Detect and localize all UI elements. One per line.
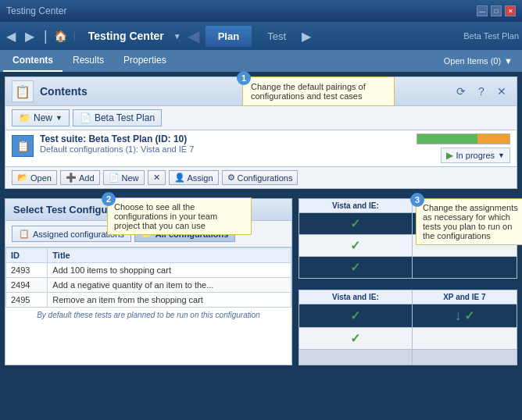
suite-info: 📋 Test suite: Beta Test Plan (ID: 10) De…	[12, 133, 410, 157]
callout-3-text: Change the assignments as necessary for …	[423, 203, 518, 240]
title-bar: Testing Center — □ ✕	[0, 0, 522, 22]
row-title: Add a negative quantity of an item to th…	[48, 278, 291, 293]
help-icon[interactable]: ?	[473, 83, 490, 100]
suite-icon: 📋	[12, 135, 34, 157]
grid1-cell[interactable]	[412, 257, 517, 279]
app-dropdown-icon[interactable]: ▼	[173, 32, 181, 41]
callout-3-number: 3	[410, 193, 424, 207]
plan-tab[interactable]: Plan	[206, 26, 252, 47]
grid2-row[interactable]: ✓ ↓ ✓	[299, 304, 517, 328]
callout-2: 2 Choose to see all the configurations i…	[107, 198, 252, 235]
grid1-col1: Vista and IE:	[299, 199, 413, 213]
new-dropdown-icon[interactable]: ▼	[55, 114, 63, 122]
tab-contents[interactable]: Contents	[3, 50, 63, 72]
grid1-cell[interactable]: ✓	[299, 257, 413, 279]
grid2-cell[interactable]: ✓	[299, 304, 413, 328]
add-icon: ➕	[66, 173, 77, 183]
test-suite-area: 📋 Test suite: Beta Test Plan (ID: 10) De…	[5, 130, 517, 166]
grid2-cell[interactable]	[412, 328, 517, 350]
config-table: ID Title 2493 Add 100 items to shopping …	[5, 247, 291, 308]
progress-bar	[417, 133, 510, 144]
assign-icon: 👤	[174, 173, 185, 183]
play-icon: ▶	[446, 150, 453, 161]
grid2-table: Vista and IE: XP and IE 7 ✓ ↓ ✓	[299, 290, 517, 365]
forward-button[interactable]: ▶	[22, 27, 38, 45]
check-icon: ✓	[464, 309, 474, 322]
callout-2-number: 2	[102, 192, 116, 206]
check-icon: ✓	[350, 239, 360, 252]
suite-text: Test suite: Beta Test Plan (ID: 10) Defa…	[40, 133, 410, 154]
next-arrow-icon[interactable]: ▶	[302, 29, 311, 44]
row-id: 2494	[6, 278, 48, 293]
grid2-cell[interactable]	[412, 350, 517, 365]
new-suite-icon: 📄	[109, 173, 120, 183]
callout-3: 3 Change the assignments as necessary fo…	[416, 198, 522, 245]
table-row[interactable]: 2495 Remove an item from the shopping ca…	[6, 293, 291, 308]
suite-title: Test suite: Beta Test Plan (ID: 10)	[40, 133, 410, 144]
callout-1-number: 1	[237, 71, 251, 85]
grid2-cell[interactable]	[299, 350, 413, 365]
state-dropdown-icon[interactable]: ▼	[498, 151, 505, 159]
right-panel: Vista and IE: XP and IE 7 ✓ ✓	[299, 198, 517, 365]
title-bar-controls: — □ ✕	[477, 5, 516, 16]
app-title: Testing Center	[82, 30, 170, 42]
delete-button[interactable]: ✕	[148, 170, 166, 185]
home-icon[interactable]: 🏠	[54, 30, 67, 42]
assign-button[interactable]: 👤 Assign	[169, 170, 219, 185]
grid2-area: Vista and IE: XP and IE 7 ✓ ↓ ✓	[299, 290, 517, 365]
maximize-button[interactable]: □	[491, 5, 502, 16]
open-button[interactable]: 📂 Open	[12, 170, 57, 185]
grid2-col1: Vista and IE:	[299, 290, 413, 304]
assigned-icon: 📋	[19, 229, 30, 239]
open-items-dropdown-icon[interactable]: ▼	[504, 56, 513, 66]
col-id: ID	[6, 248, 48, 263]
grid1-row[interactable]: ✓	[299, 257, 517, 279]
callout-1: 1 Change the default pairings of configu…	[242, 77, 395, 106]
grid2-cell[interactable]: ↓ ✓	[412, 304, 517, 328]
grid1-area: Vista and IE: XP and IE 7 ✓ ✓	[299, 198, 517, 279]
close-panel-icon[interactable]: ✕	[493, 83, 510, 100]
minimize-button[interactable]: —	[477, 5, 488, 16]
contents-icon: 📋	[12, 80, 34, 102]
check-icon: ✓	[350, 217, 360, 230]
delete-icon: ✕	[153, 173, 160, 183]
configurations-button[interactable]: ⚙ Configurations	[222, 170, 299, 185]
grid1-cell[interactable]: ✓	[299, 235, 413, 257]
progress-area: ▶ In progres ▼	[417, 133, 510, 163]
state-text: In progres	[456, 151, 495, 160]
tree-item-beta-test-plan[interactable]: 📄 Beta Test Plan	[73, 109, 162, 126]
tab-results[interactable]: Results	[63, 50, 113, 72]
close-button[interactable]: ✕	[505, 5, 516, 16]
row-title: Add 100 items to shopping cart	[48, 263, 291, 278]
tab-properties[interactable]: Properties	[114, 50, 176, 72]
back-button[interactable]: ◀	[3, 27, 19, 45]
table-row[interactable]: 2494 Add a negative quantity of an item …	[6, 278, 291, 293]
suite-subtitle: Default configurations (1): Vista and IE…	[40, 144, 410, 154]
refresh-icon[interactable]: ⟳	[452, 83, 470, 100]
new-button[interactable]: 📁 New ▼	[12, 109, 70, 126]
row-title: Remove an item from the shopping cart	[48, 293, 291, 308]
config-panel: Select Test Configurations 2 Choose to s…	[5, 198, 292, 365]
open-items-menu[interactable]: Open Items (0) ▼	[438, 50, 519, 72]
test-tab[interactable]: Test	[255, 26, 299, 47]
grid1-cell[interactable]: ✓	[299, 213, 413, 235]
progress-green	[417, 134, 477, 144]
check-icon: ✓	[350, 332, 360, 345]
row-id: 2495	[6, 293, 48, 308]
add-button[interactable]: ➕ Add	[60, 170, 100, 185]
new-suite-button[interactable]: 📄 New	[103, 170, 145, 185]
row-id: 2493	[6, 263, 48, 278]
callout-2-text: Choose to see all the configurations in …	[114, 202, 217, 230]
tab-bar: Contents Results Properties Open Items (…	[0, 50, 522, 72]
grid2-row[interactable]	[299, 350, 517, 365]
table-row[interactable]: 2493 Add 100 items to shopping cart	[6, 263, 291, 278]
contents-toolbar-icons: ⟳ ? ✕	[452, 83, 510, 100]
state-label: ▶ In progres ▼	[441, 148, 510, 163]
open-icon: 📂	[17, 173, 28, 183]
title-bar-app: Testing Center	[6, 5, 66, 16]
grid2-row[interactable]: ✓	[299, 328, 517, 350]
grid2-cell[interactable]: ✓	[299, 328, 413, 350]
new-icon: 📁	[19, 112, 30, 123]
tree-item-icon: 📄	[80, 112, 91, 123]
grid2-col2: XP and IE 7	[412, 290, 517, 304]
